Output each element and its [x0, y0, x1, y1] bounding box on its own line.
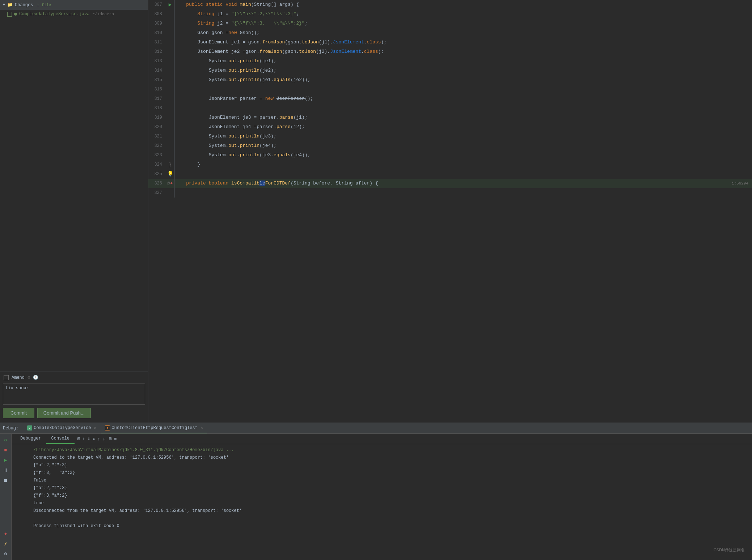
sidebar-badge: 1 file [37, 3, 51, 7]
move-up-frame-icon[interactable]: ↑ [97, 436, 100, 442]
table-row: 326 @ ● private boolean isCompatibleForC… [148, 179, 752, 188]
file-checkbox[interactable] [7, 12, 12, 17]
table-row: 322 System.out.println(je4); [148, 141, 752, 150]
debug-panel: Debug: J ComplexDataTypeService ✕ ◆ Cust… [0, 423, 752, 560]
line-number: 312 [148, 47, 166, 56]
pause-button[interactable]: ⏸ [2, 466, 10, 474]
sidebar-spacer [0, 18, 148, 372]
line-number: 308 [148, 9, 166, 19]
warning-button[interactable]: ⚡ [2, 540, 10, 548]
java-file-icon: J [27, 425, 32, 430]
breakpoint-button[interactable]: ● [2, 530, 10, 538]
code-lines: 307 ▶ public static void main(String[] a… [148, 0, 752, 423]
collapse-arrow[interactable]: ▼ [3, 3, 5, 7]
debug-tab-config-test[interactable]: ◆ CustomClientHttpRequestConfigTest ✕ [101, 423, 206, 433]
at-icon: @ [168, 179, 170, 188]
code-text [175, 188, 178, 198]
code-editor: 307 ▶ public static void main(String[] a… [148, 0, 752, 423]
commit-message-text: fix sonar [5, 386, 29, 391]
line-number: 317 [148, 94, 166, 103]
stop-button[interactable]: ■ [2, 446, 10, 454]
line-gutter: 💡 [166, 169, 174, 179]
grid-icon[interactable]: ⊞ [109, 436, 112, 442]
debug-label: Debug: [3, 426, 22, 431]
tab-console[interactable]: Console [46, 434, 75, 444]
console-area: Debugger Console ⊟ ⬆ ⬇ ⇓ ↑ ↓ ⊞ ≡ /Librar… [12, 434, 752, 560]
table-row: 312 JsonElement je2 =gson.fromJson(gson.… [148, 47, 752, 56]
line-number: 310 [148, 28, 166, 38]
code-text: JsonElement je2 =gson.fromJson(gson.toJs… [175, 47, 384, 56]
test-file-icon: ◆ [105, 425, 110, 430]
code-text: String j2 = "{\\"f\\":3, \\"a\\":2}"; [175, 19, 308, 28]
commit-buttons: Commit Commit and Push... [0, 408, 148, 423]
line-number: 314 [148, 66, 166, 75]
commit-message-area[interactable]: fix sonar [3, 383, 145, 405]
code-text: System.out.println(je3.equals(je4)); [175, 150, 310, 160]
amend-section: Amend ⚙ 🕐 [0, 372, 148, 383]
file-item[interactable]: ComplexDataTypeService.java ~/IdeaPro [0, 10, 148, 18]
tab-close-2[interactable]: ✕ [200, 425, 203, 430]
gear-icon[interactable]: ⚙ [28, 375, 30, 380]
amend-checkbox[interactable] [4, 375, 9, 380]
table-row: 313 System.out.println(je1); [148, 56, 752, 66]
commit-push-button[interactable]: Commit and Push... [37, 408, 91, 418]
watermark: CSDN@这是网名 [714, 547, 745, 553]
line-number: 327 [148, 188, 166, 198]
console-line: {"a":2,"f":3} [33, 462, 748, 469]
table-row: 324 } } [148, 160, 752, 169]
resume-button[interactable]: ▶ [2, 456, 10, 464]
table-row: 308 String j1 = "{\\"a\\":2,\\"f\\":3}"; [148, 9, 752, 19]
console-line: /Library/Java/JavaVirtualMachines/jdk1.8… [33, 446, 748, 454]
table-row: 323 System.out.println(je3.equals(je4)); [148, 150, 752, 160]
table-row: 311 JsonElement je1 = gson.fromJson(gson… [148, 38, 752, 47]
line-number: 315 [148, 75, 166, 85]
console-line: {"f":3,"a":2} [33, 492, 748, 499]
run-icon[interactable]: ▶ [169, 0, 172, 9]
line-col-info: i:56294 [732, 179, 752, 188]
code-text: } [175, 160, 200, 169]
code-text: Gson gson =new Gson(); [175, 28, 259, 38]
tab-debugger[interactable]: Debugger [15, 434, 46, 444]
code-text [175, 85, 178, 94]
debug-tab-service[interactable]: J ComplexDataTypeService ✕ [24, 423, 100, 433]
scroll-end-icon[interactable]: ⇓ [93, 436, 96, 442]
line-gutter: @ ● [166, 179, 174, 188]
table-row: 307 ▶ public static void main(String[] a… [148, 0, 752, 9]
scroll-down-icon[interactable]: ⬇ [88, 436, 90, 442]
main-area: ▼ 📁 Changes 1 file ComplexDataTypeServic… [0, 0, 752, 423]
console-output[interactable]: /Library/Java/JavaVirtualMachines/jdk1.8… [12, 444, 752, 560]
commit-button[interactable]: Commit [3, 408, 34, 418]
console-line: Connected to the target VM, address: '12… [33, 454, 748, 461]
breakpoint-icon[interactable]: ● [170, 179, 173, 188]
console-line: Disconnected from the target VM, address… [33, 507, 748, 514]
console-line: {"a":2,"f":3} [33, 484, 748, 492]
folder-icon: 📁 [7, 2, 13, 8]
file-name: ComplexDataTypeService.java [19, 12, 89, 17]
line-gutter[interactable]: ▶ [166, 0, 174, 9]
scroll-up-icon[interactable]: ⬆ [83, 436, 85, 442]
filter-icon[interactable]: ⊟ [77, 436, 80, 442]
table-row: 317 JsonParser parser = new JsonParser()… [148, 94, 752, 103]
console-line-exit: Process finished with exit code 0 [33, 522, 748, 530]
tab-close-1[interactable]: ✕ [94, 425, 97, 430]
stop-process-button[interactable]: ⏹ [2, 476, 10, 484]
clock-icon[interactable]: 🕐 [33, 375, 38, 380]
debug-tab-label: ComplexDataTypeService [34, 425, 91, 430]
list-icon[interactable]: ≡ [114, 436, 117, 442]
line-number: 322 [148, 141, 166, 150]
debug-tab-bar: Debug: J ComplexDataTypeService ✕ ◆ Cust… [0, 423, 752, 434]
console-line: {"f":3, "a":2} [33, 469, 748, 476]
line-number: 311 [148, 38, 166, 47]
line-number: 313 [148, 56, 166, 66]
move-down-frame-icon[interactable]: ↓ [102, 436, 105, 442]
line-number: 318 [148, 103, 166, 113]
line-number: 326 [148, 179, 166, 188]
table-row: 318 [148, 103, 752, 113]
code-content[interactable]: 307 ▶ public static void main(String[] a… [148, 0, 752, 423]
line-number: 316 [148, 85, 166, 94]
line-number: 307 [148, 0, 166, 9]
rerun-button[interactable]: ↺ [2, 436, 10, 444]
console-line [33, 515, 748, 522]
code-text: JsonElement je1 = gson.fromJson(gson.toJ… [175, 38, 386, 47]
settings-debug-button[interactable]: ⚙ [2, 550, 10, 558]
